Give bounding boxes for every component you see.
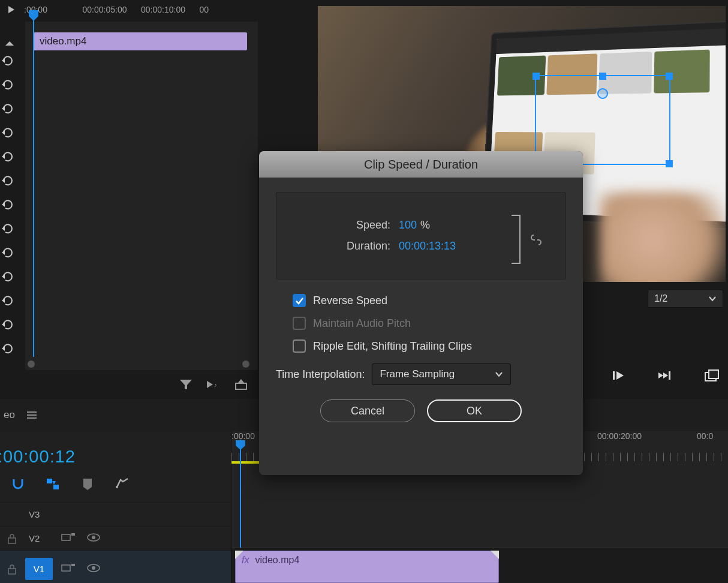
linked-selection-toggle[interactable] [44, 476, 61, 492]
effect-controls-panel: :00:00 00:00:05:00 00:00:10:00 00 video.… [0, 0, 258, 399]
play-audio-only-icon[interactable]: ♪ [205, 376, 222, 393]
fx-clip-bar[interactable]: video.mp4 [34, 32, 247, 50]
track-row-v1[interactable]: V1 [0, 550, 231, 583]
zoom-level-select[interactable]: 1/2 [648, 290, 723, 308]
marker-icon[interactable] [79, 476, 96, 492]
duration-value[interactable]: 00:00:13:13 [399, 240, 456, 253]
reset-icon[interactable] [0, 197, 16, 212]
time-interpolation-select[interactable]: Frame Sampling [372, 363, 511, 385]
zoom-value: 1/2 [654, 293, 667, 304]
resize-handle[interactable] [666, 73, 673, 80]
reset-icon[interactable] [0, 221, 16, 236]
panel-menu-icon[interactable] [26, 410, 38, 420]
duration-label: Duration: [291, 240, 399, 253]
reset-icon[interactable] [0, 149, 16, 164]
reset-icon[interactable] [0, 101, 16, 116]
eye-icon[interactable] [86, 563, 103, 575]
reset-icon[interactable] [0, 53, 16, 68]
reset-icon[interactable] [0, 341, 16, 356]
link-toggle-icon[interactable] [530, 233, 543, 247]
clip-out-handle[interactable] [491, 551, 499, 559]
reset-icon[interactable] [0, 245, 16, 260]
fx-time-2: 00:00:10:00 [141, 5, 200, 14]
track-label: V2 [29, 533, 53, 543]
dialog-title: Clip Speed / Duration [259, 151, 583, 178]
speed-label: Speed: [291, 219, 399, 232]
svg-rect-32 [53, 485, 59, 489]
svg-marker-6 [2, 154, 5, 159]
anchor-point-icon[interactable] [597, 88, 608, 99]
fx-time-1: 00:00:05:00 [83, 5, 142, 14]
fx-playhead-line[interactable] [33, 10, 34, 357]
resize-handle[interactable] [533, 73, 540, 80]
eye-icon[interactable] [86, 533, 103, 545]
track-row-v2[interactable]: V2 [0, 526, 231, 550]
reset-icon[interactable] [0, 317, 16, 332]
svg-marker-4 [2, 106, 5, 111]
fx-playhead-handle[interactable] [28, 10, 39, 22]
reverse-speed-checkbox[interactable] [293, 294, 306, 307]
resize-handle[interactable] [666, 160, 673, 167]
ruler-time: 00:0 [697, 431, 713, 441]
filter-icon[interactable] [178, 376, 194, 393]
track-row-v3[interactable]: V3 [0, 502, 231, 526]
svg-marker-5 [2, 130, 5, 135]
reset-icon[interactable] [0, 269, 16, 284]
reverse-speed-row[interactable]: Reverse Speed [293, 294, 566, 307]
step-forward-button[interactable] [612, 365, 627, 386]
export-frame-button[interactable] [704, 365, 720, 386]
snap-toggle[interactable] [10, 476, 26, 492]
timeline-track-header: :00:00:12 V3 V2 V1 [0, 431, 231, 583]
next-edit-button[interactable] [657, 365, 674, 386]
svg-marker-23 [658, 372, 663, 378]
ripple-edit-checkbox[interactable] [293, 339, 306, 353]
svg-point-39 [92, 536, 95, 539]
svg-rect-31 [47, 479, 52, 483]
link-bracket-icon [509, 213, 524, 266]
svg-rect-27 [709, 370, 718, 378]
reset-icon[interactable] [0, 77, 16, 92]
lock-icon[interactable] [7, 533, 20, 544]
svg-rect-21 [613, 371, 615, 380]
sequence-tab[interactable]: eo [0, 409, 15, 421]
fx-play-button[interactable] [4, 2, 19, 17]
current-timecode[interactable]: :00:00:12 [0, 447, 76, 467]
track-label[interactable]: V1 [25, 558, 53, 580]
timeline-clip[interactable]: fx video.mp4 [235, 551, 499, 583]
fx-time-3: 00 [200, 5, 258, 14]
cancel-button[interactable]: Cancel [320, 399, 415, 422]
ok-button[interactable]: OK [427, 399, 522, 422]
svg-marker-22 [616, 371, 624, 380]
track-output-icon[interactable] [61, 533, 78, 545]
svg-marker-19 [238, 379, 244, 383]
ripple-edit-row[interactable]: Ripple Edit, Shifting Trailing Clips [293, 339, 566, 353]
ruler-time: 00:00:20:00 [597, 431, 642, 441]
chevron-down-icon [708, 294, 717, 303]
fx-keyframe-area[interactable]: video.mp4 [25, 22, 258, 370]
resize-handle[interactable] [599, 73, 606, 80]
svg-marker-7 [2, 178, 5, 183]
reset-column [0, 53, 19, 356]
reset-icon[interactable] [0, 125, 16, 140]
svg-rect-18 [236, 383, 246, 389]
fx-mini-timeline[interactable]: :00:00 00:00:05:00 00:00:10:00 00 [24, 0, 258, 19]
svg-point-44 [92, 566, 95, 570]
speed-value[interactable]: 100 [399, 219, 417, 232]
clip-in-handle[interactable] [235, 551, 243, 559]
timeline-playhead-handle[interactable] [235, 440, 246, 450]
svg-rect-42 [71, 564, 75, 566]
time-interpolation-label: Time Interpolation: [276, 368, 365, 381]
settings-icon[interactable] [114, 476, 131, 492]
lock-icon[interactable] [7, 564, 20, 575]
svg-marker-10 [2, 250, 5, 255]
track-output-icon[interactable] [61, 563, 78, 575]
reset-icon[interactable] [0, 293, 16, 308]
svg-marker-8 [2, 202, 5, 207]
svg-marker-14 [2, 346, 5, 351]
svg-rect-40 [8, 569, 16, 574]
expand-track-icon[interactable] [2, 38, 17, 48]
export-icon[interactable] [233, 376, 249, 393]
clip-speed-duration-dialog: Clip Speed / Duration Speed: 100 % Durat… [259, 151, 583, 475]
reset-icon[interactable] [0, 173, 16, 188]
fx-zoom-scrollbar[interactable] [25, 359, 252, 369]
